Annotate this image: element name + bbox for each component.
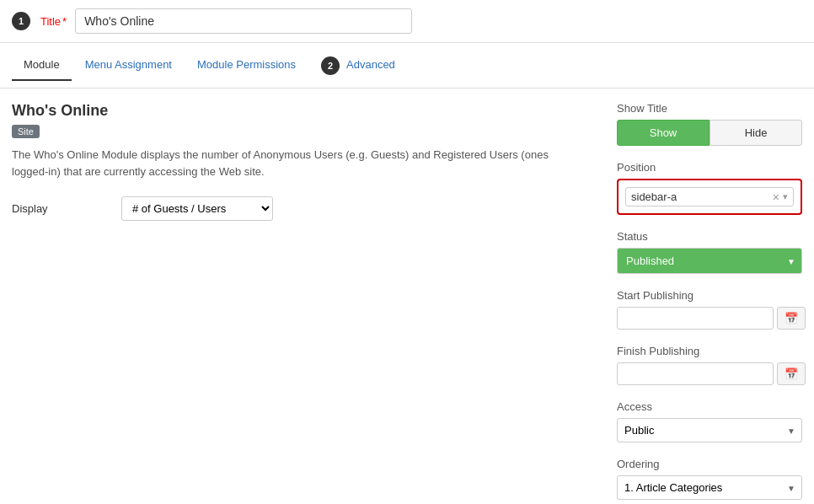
right-panel: Show Title Show Hide Position sidebar-a … <box>617 102 802 504</box>
tabs-bar: Module Menu Assignment Module Permission… <box>0 43 814 88</box>
position-value: sidebar-a <box>631 190 769 203</box>
access-select[interactable]: Public Guest Registered Special Super Us… <box>617 418 802 442</box>
ordering-select[interactable]: 1. Article Categories <box>617 475 802 500</box>
title-input[interactable] <box>75 8 412 34</box>
tab-advanced[interactable]: Advanced <box>343 50 407 81</box>
show-button[interactable]: Show <box>617 120 710 146</box>
access-section: Access Public Guest Registered Special S… <box>617 400 802 442</box>
hide-button[interactable]: Hide <box>710 120 802 146</box>
status-section: Status Published <box>617 230 802 274</box>
status-select[interactable]: Published <box>617 248 802 274</box>
display-label: Display <box>12 202 113 215</box>
start-publishing-input[interactable] <box>617 307 774 330</box>
start-publishing-field: 📅 <box>617 307 802 330</box>
title-label: Title* <box>39 15 67 28</box>
display-select[interactable]: # of Guests / Users # of Guests # of Use… <box>121 196 273 221</box>
position-arrow-icon: ▾ <box>783 191 788 202</box>
start-publishing-calendar-button[interactable]: 📅 <box>777 307 806 330</box>
show-title-toggle: Show Hide <box>617 120 802 146</box>
position-field[interactable]: sidebar-a × ▾ <box>625 187 794 206</box>
start-publishing-label: Start Publishing <box>617 289 802 302</box>
status-label: Status <box>617 230 802 243</box>
module-title: Who's Online <box>12 102 600 120</box>
start-publishing-section: Start Publishing 📅 <box>617 289 802 330</box>
position-section: Position sidebar-a × ▾ <box>617 161 802 215</box>
tab-module-permissions[interactable]: Module Permissions <box>185 50 308 81</box>
position-container: sidebar-a × ▾ <box>617 179 802 215</box>
main-layout: Who's Online Site The Who's Online Modul… <box>0 88 814 504</box>
badge-2: 2 <box>321 56 340 75</box>
module-description: The Who's Online Module displays the num… <box>12 147 585 180</box>
status-select-wrapper: Published <box>617 248 802 274</box>
position-clear-icon[interactable]: × <box>773 191 779 203</box>
show-title-section: Show Title Show Hide <box>617 102 802 146</box>
tab-module[interactable]: Module <box>12 50 72 81</box>
finish-publishing-label: Finish Publishing <box>617 345 802 357</box>
ordering-label: Ordering <box>617 458 802 470</box>
show-title-label: Show Title <box>617 102 802 115</box>
title-row: 1 Title* <box>0 0 814 43</box>
tab-advanced-wrapper: 2 Advanced <box>309 43 420 88</box>
position-label: Position <box>617 161 802 174</box>
access-select-wrapper: Public Guest Registered Special Super Us… <box>617 418 802 442</box>
display-field-row: Display # of Guests / Users # of Guests … <box>12 196 600 221</box>
ordering-select-wrapper: 1. Article Categories <box>617 475 802 500</box>
access-label: Access <box>617 400 802 413</box>
finish-publishing-section: Finish Publishing 📅 <box>617 345 802 385</box>
tab-menu-assignment[interactable]: Menu Assignment <box>73 50 184 81</box>
ordering-section: Ordering 1. Article Categories <box>617 458 802 500</box>
finish-publishing-field: 📅 <box>617 362 802 385</box>
site-badge: Site <box>12 125 40 138</box>
finish-publishing-input[interactable] <box>617 362 774 385</box>
left-panel: Who's Online Site The Who's Online Modul… <box>12 102 600 504</box>
badge-1: 1 <box>12 12 30 30</box>
finish-publishing-calendar-button[interactable]: 📅 <box>777 362 806 385</box>
